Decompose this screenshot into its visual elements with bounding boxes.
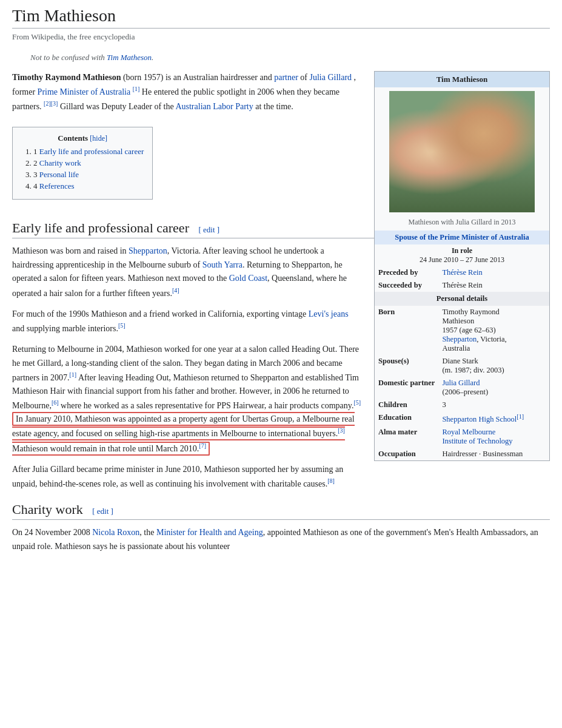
intro-julia-link[interactable]: Julia Gillard <box>310 73 352 82</box>
toc-link-3[interactable]: Personal life <box>39 170 79 179</box>
intro-alp-link[interactable]: Australian Labor Party <box>175 102 253 111</box>
infobox-image <box>375 87 549 216</box>
ref-4: [4] <box>172 287 179 294</box>
infobox-domestic-dates: (2006–present) <box>442 388 488 396</box>
infobox-table: In role24 June 2010 – 27 June 2013 Prece… <box>375 244 549 460</box>
intro-ref2: [2][3] <box>44 100 58 107</box>
ref-6: [6] <box>52 399 59 406</box>
infobox-born-row: Born Timothy Raymond Mathieson 1957 (age… <box>375 306 549 355</box>
toc-item-3: 3 Personal life <box>33 170 144 180</box>
intro-bold-name: Timothy Raymond Mathieson <box>12 73 121 82</box>
toc-link-4[interactable]: References <box>39 181 75 190</box>
infobox-title: Tim Mathieson <box>375 72 549 87</box>
charity-para1: On 24 November 2008 Nicola Roxon, the Mi… <box>12 526 550 553</box>
infobox-spouse-name: Diane Stark <box>442 357 478 365</box>
infobox-spouses-row: Spouse(s) Diane Stark (m. 1987; div. 200… <box>375 355 549 377</box>
infobox-children-row: Children 3 <box>375 399 549 411</box>
toc-title: Contents [hide] <box>21 133 144 143</box>
infobox-born-name1: Timothy Raymond <box>442 308 499 316</box>
infobox-domestic-row: Domestic partner Julia Gillard (2006–pre… <box>375 377 549 399</box>
infobox-education-ref: [1] <box>517 413 524 420</box>
nicola-roxon-link[interactable]: Nicola Roxon <box>92 528 139 537</box>
infobox-born-name2: Mathieson <box>442 317 474 325</box>
shepparton-link[interactable]: Shepparton <box>129 246 167 255</box>
infobox-born-country: Australia <box>442 344 470 352</box>
infobox-alma-link[interactable]: Royal Melbourne Institute of Technology <box>442 428 512 445</box>
toc-item-2: 2 Charity work <box>33 158 144 168</box>
infobox-preceded-link[interactable]: Thérèse Rein <box>442 268 482 277</box>
ref-7: [7] <box>199 442 206 449</box>
toc-list: 1 Early life and professional career 2 C… <box>21 147 144 191</box>
infobox-education-row: Education Shepparton High School[1] <box>375 411 549 426</box>
toc-hide-button[interactable]: [hide] <box>90 134 107 143</box>
levis-link[interactable]: Levi's jeans <box>309 309 349 318</box>
infobox-alma-row: Alma mater Royal Melbourne Institute of … <box>375 426 549 448</box>
intro-ref1: [1] <box>133 86 140 92</box>
section-edit-early-life[interactable]: [ edit ] <box>198 225 219 234</box>
minister-health-link[interactable]: Minister for Health and Ageing <box>156 528 263 537</box>
infobox-domestic-link[interactable]: Julia Gillard <box>442 379 480 387</box>
infobox-born-city[interactable]: Shepparton <box>442 335 477 343</box>
toc-link-1[interactable]: Early life and professional career <box>39 147 144 156</box>
infobox-occupation-row: Occupation Hairdresser · Businessman <box>375 448 549 460</box>
section-heading-charity: Charity work [ edit ] <box>12 502 550 520</box>
page-subtitle: From Wikipedia, the free encyclopedia <box>12 32 550 42</box>
south-yarra-link[interactable]: South Yarra <box>202 260 243 269</box>
ref-1a: [1] <box>69 371 76 378</box>
infobox-preceded-row: Preceded by Thérèse Rein <box>375 266 549 279</box>
infobox-occupation-value: Hairdresser · Businessman <box>438 448 549 460</box>
toc-link-2[interactable]: Charity work <box>39 158 81 167</box>
infobox-role-title: Spouse of the Prime Minister of Australi… <box>375 231 549 244</box>
gold-coast-link[interactable]: Gold Coast <box>229 274 267 283</box>
section-edit-charity[interactable]: [ edit ] <box>92 507 113 516</box>
infobox-caption: Mathieson with Julia Gillard in 2013 <box>375 216 549 231</box>
infobox-education-link[interactable]: Shepparton High School <box>442 415 517 423</box>
toc-item-1: 1 Early life and professional career <box>33 147 144 157</box>
ref-5b: [5] <box>353 399 361 406</box>
infobox-born-year: 1957 (age 62–63) <box>442 326 495 334</box>
ref-8: [8] <box>327 477 335 484</box>
toc-item-4: 4 References <box>33 181 144 191</box>
infobox-photo <box>389 91 535 212</box>
infobox-children-value: 3 <box>438 399 549 411</box>
infobox-succeeded-row: Succeeded by Thérèse Rein <box>375 279 549 292</box>
ref-3: [3] <box>338 428 345 434</box>
highlighted-passage: In January 2010, Mathieson was appointed… <box>12 412 355 455</box>
infobox-in-role-row: In role24 June 2010 – 27 June 2013 <box>375 244 549 266</box>
infobox-spouse-dates: (m. 1987; div. 2003) <box>442 366 504 374</box>
intro-partner-link[interactable]: partner <box>274 73 298 82</box>
hatnote-link[interactable]: Tim Matheson <box>107 53 152 62</box>
ref-5a: [5] <box>118 322 125 329</box>
infobox: Tim Mathieson Mathieson with Julia Gilla… <box>374 71 550 461</box>
hatnote: Not to be confused with Tim Matheson. <box>12 50 550 71</box>
infobox-dates: 24 June 2010 – 27 June 2013 <box>420 255 504 264</box>
infobox-personal-header: Personal details <box>375 292 549 306</box>
page-title: Tim Mathieson <box>12 6 550 29</box>
toc: Contents [hide] 1 Early life and profess… <box>12 127 153 200</box>
early-life-para4: After Julia Gillard became prime ministe… <box>12 463 550 491</box>
intro-pm-link[interactable]: Prime Minister of Australia <box>38 87 131 96</box>
